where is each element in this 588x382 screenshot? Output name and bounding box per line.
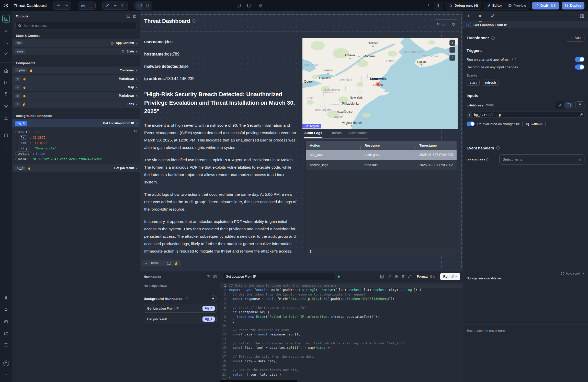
code-line[interactable]: 10 [220,324,463,328]
selected-runnable-bar[interactable]: ƒ Get Location From IP [463,21,588,28]
bg1-output-row[interactable]: bg_1 ☝ Get job result ▾ [12,164,140,172]
settings-gear-icon[interactable]: ⚙ [2,306,10,313]
runnable-item[interactable]: Get Location From IPbg_0 [144,304,217,313]
on-success-select[interactable]: Select items × [499,154,584,165]
code-line[interactable]: 3 // Use the token from the Ipinfo resou… [220,292,463,297]
column-header[interactable]: Resource [360,144,415,147]
output-row[interactable]: a☝Map▾ [12,83,140,91]
expand-expression-icon[interactable] [580,113,583,116]
json-search-icon[interactable] [134,129,137,133]
dark-mode-icon[interactable]: ☾ [119,3,126,9]
fit-screen-icon[interactable] [167,262,171,265]
windmill-logo-icon[interactable]: ✻ [0,3,12,9]
mobile-view-icon[interactable] [144,3,151,9]
refresh-history-icon[interactable]: ◷ [449,20,458,28]
calendar-icon[interactable] [2,131,10,139]
collapse-rail-icon[interactable]: → [2,370,10,378]
code-line[interactable]: 21 return { lon, lat, city }; [220,373,463,377]
code-line[interactable]: 5 [220,301,463,306]
add-runnable-button[interactable]: + [210,295,217,302]
code-line[interactable]: 13 [220,337,463,341]
component-settings-tab[interactable]: ❖ [479,11,482,21]
code-line[interactable]: 7 if (!response.ok) { [220,310,463,314]
eval-input-mode-icon[interactable] [564,102,573,108]
collapse-panel-icon[interactable] [127,15,130,18]
collapse-right-panel-icon[interactable] [580,11,584,21]
code-line[interactable]: 19 [220,364,463,368]
zoom-out-button[interactable]: − [145,261,147,265]
chevron-up-icon[interactable]: ▴ [136,122,137,125]
static-input-mode-icon[interactable] [556,102,564,108]
resources-icon[interactable] [2,102,10,110]
auto-scroll-checkbox[interactable]: ✓ [582,272,585,275]
code-line[interactable]: 17 // Extract the city from the response… [220,355,463,359]
tab-threats[interactable]: Threats [330,131,342,138]
tab-compliance[interactable]: Compliance [349,131,367,138]
runnable-name-input[interactable]: Get Location From IP [223,273,335,280]
pan-hand-icon[interactable]: ☝ [174,261,178,265]
column-header[interactable]: Timestamp [415,144,457,147]
recompute-toggle[interactable] [575,64,584,70]
code-line[interactable]: 11 // Parse the response as JSON [220,328,463,332]
user-icon[interactable] [2,294,10,302]
schedules-icon[interactable]: △ [2,114,10,122]
debug-runs-button[interactable]: Debug runs (4) [446,2,481,9]
search-outputs-input[interactable]: Search outputs... [15,22,137,29]
folders-icon[interactable] [2,329,10,337]
code-editor[interactable]: 1// Define the main function with the re… [220,282,463,382]
reeval-target-chip[interactable]: bg_1.result [522,121,546,127]
set-region-button[interactable]: Set region [302,124,321,128]
output-row[interactable]: state▤State▾ [12,48,140,55]
chevron-down-icon[interactable]: ▾ [136,167,137,170]
output-row[interactable]: f☝Tabs▾ [12,100,140,108]
code-line[interactable]: 2export async function main(ipAddress: s… [220,288,463,292]
ai-assistant-icon[interactable] [2,318,10,325]
horizontal-scrollbar[interactable] [220,380,297,382]
ai-wand-icon[interactable] [2,50,10,58]
runnable-item[interactable]: Get job resultbg_1 [144,315,217,323]
code-line[interactable]: 20 // Return the coordinates and city [220,368,463,372]
code-line[interactable]: 8 throw new Error(`Failed to fetch IP in… [220,315,463,319]
code-line[interactable]: 6 // Check if the response is successful [220,306,463,310]
light-mode-icon[interactable]: ☀ [112,3,118,9]
bg0-output-row[interactable]: bg_0 Get Location From IP ▴ [12,119,140,127]
event-chip-start[interactable]: start [467,80,480,86]
toggle-left-panel-icon[interactable] [237,4,241,7]
undo-button[interactable]: ↶ [55,3,62,9]
connect-input-icon[interactable] [575,101,584,109]
add-workspace-icon[interactable]: + [2,143,10,151]
code-line[interactable]: 1// Define the main function with the re… [220,283,463,288]
delete-icon[interactable] [402,275,405,278]
app-canvas[interactable]: Threat Dashboardi ↻(2) ◷ username: jdoeh… [140,11,463,271]
fit-view-icon[interactable] [87,3,94,9]
preview-tab[interactable]: Preview [505,2,529,9]
deploy-button[interactable]: Deploy [562,2,584,9]
map-reset-view-button[interactable]: ⇧ [449,55,455,61]
zoom-in-button[interactable]: + [162,261,164,265]
collapse-bottom-icon[interactable] [207,275,210,278]
ai-gen-icon[interactable] [387,275,391,278]
home-icon[interactable] [2,67,10,74]
toggle-bottom-panel-icon[interactable] [247,4,251,7]
code-line[interactable]: 12 const data = await response.json(); [220,332,463,337]
search-icon[interactable] [2,38,10,46]
favorites-icon[interactable]: ☆ [2,27,10,34]
docs-icon[interactable] [213,275,217,278]
app-editor-icon[interactable] [2,15,10,23]
magic-wand-icon[interactable] [104,3,111,9]
redo-button[interactable]: ↷ [63,3,69,9]
tab-audit-logs[interactable]: Audit Logs [304,131,322,138]
runs-icon[interactable]: ▷ [2,79,10,86]
expand-editor-icon[interactable] [408,275,411,278]
reeval-toggle[interactable] [467,122,475,126]
editor-settings-icon[interactable]: ⚙ [394,274,398,279]
code-line[interactable]: 15 const [lat, lon] = data.loc.split(','… [220,346,463,350]
output-row[interactable]: h☝Markdown▾ [12,75,140,83]
code-line[interactable]: 16 [220,350,463,355]
clear-select-icon[interactable]: × [579,157,581,162]
code-line[interactable]: 4 const response = await fetch(`https://… [220,297,463,301]
collapse-toggle[interactable]: - [34,130,40,134]
map-component[interactable]: QuébecOttawaMontréalNew BrunswickNova Sc… [302,38,458,129]
add-transformer-button[interactable]: +Add [567,34,584,42]
download-icon[interactable]: ↧ [309,249,312,254]
